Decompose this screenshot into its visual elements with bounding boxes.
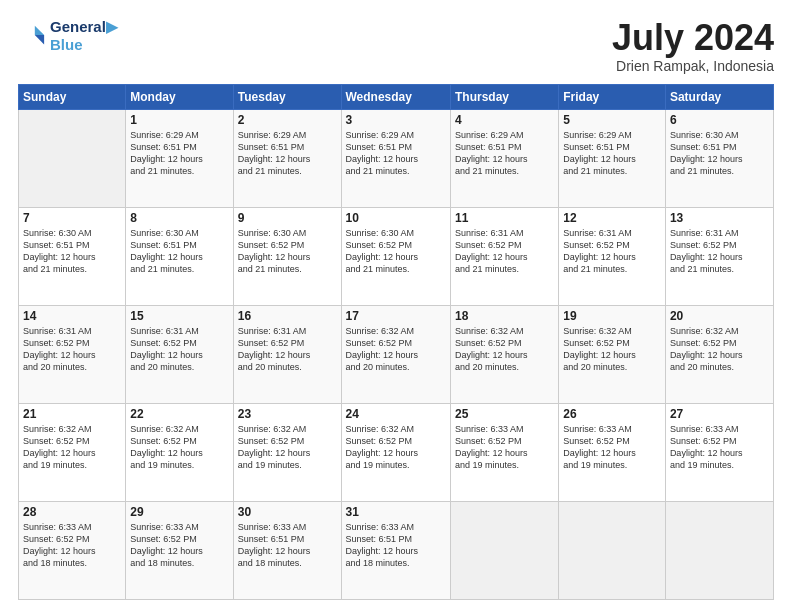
calendar-cell: 21Sunrise: 6:32 AM Sunset: 6:52 PM Dayli…: [19, 403, 126, 501]
calendar-cell: 30Sunrise: 6:33 AM Sunset: 6:51 PM Dayli…: [233, 501, 341, 599]
day-number: 10: [346, 211, 446, 225]
col-sunday: Sunday: [19, 84, 126, 109]
day-number: 12: [563, 211, 661, 225]
calendar-cell: [19, 109, 126, 207]
col-thursday: Thursday: [450, 84, 558, 109]
day-info: Sunrise: 6:31 AM Sunset: 6:52 PM Dayligh…: [23, 325, 121, 374]
day-info: Sunrise: 6:31 AM Sunset: 6:52 PM Dayligh…: [563, 227, 661, 276]
day-number: 26: [563, 407, 661, 421]
calendar-week-0: 1Sunrise: 6:29 AM Sunset: 6:51 PM Daylig…: [19, 109, 774, 207]
day-info: Sunrise: 6:32 AM Sunset: 6:52 PM Dayligh…: [346, 325, 446, 374]
calendar-cell: 18Sunrise: 6:32 AM Sunset: 6:52 PM Dayli…: [450, 305, 558, 403]
day-number: 3: [346, 113, 446, 127]
calendar-table: Sunday Monday Tuesday Wednesday Thursday…: [18, 84, 774, 600]
day-number: 31: [346, 505, 446, 519]
calendar-cell: [450, 501, 558, 599]
day-info: Sunrise: 6:32 AM Sunset: 6:52 PM Dayligh…: [455, 325, 554, 374]
calendar-cell: 24Sunrise: 6:32 AM Sunset: 6:52 PM Dayli…: [341, 403, 450, 501]
day-number: 11: [455, 211, 554, 225]
day-info: Sunrise: 6:30 AM Sunset: 6:51 PM Dayligh…: [130, 227, 228, 276]
day-info: Sunrise: 6:33 AM Sunset: 6:52 PM Dayligh…: [455, 423, 554, 472]
day-number: 5: [563, 113, 661, 127]
day-info: Sunrise: 6:33 AM Sunset: 6:52 PM Dayligh…: [670, 423, 769, 472]
day-info: Sunrise: 6:32 AM Sunset: 6:52 PM Dayligh…: [238, 423, 337, 472]
calendar-cell: 27Sunrise: 6:33 AM Sunset: 6:52 PM Dayli…: [665, 403, 773, 501]
calendar-cell: 1Sunrise: 6:29 AM Sunset: 6:51 PM Daylig…: [126, 109, 233, 207]
calendar-cell: 4Sunrise: 6:29 AM Sunset: 6:51 PM Daylig…: [450, 109, 558, 207]
day-info: Sunrise: 6:31 AM Sunset: 6:52 PM Dayligh…: [130, 325, 228, 374]
day-info: Sunrise: 6:29 AM Sunset: 6:51 PM Dayligh…: [238, 129, 337, 178]
day-number: 30: [238, 505, 337, 519]
svg-marker-0: [35, 26, 44, 35]
day-number: 6: [670, 113, 769, 127]
day-number: 7: [23, 211, 121, 225]
day-info: Sunrise: 6:32 AM Sunset: 6:52 PM Dayligh…: [346, 423, 446, 472]
calendar-cell: 14Sunrise: 6:31 AM Sunset: 6:52 PM Dayli…: [19, 305, 126, 403]
calendar-week-4: 28Sunrise: 6:33 AM Sunset: 6:52 PM Dayli…: [19, 501, 774, 599]
day-info: Sunrise: 6:32 AM Sunset: 6:52 PM Dayligh…: [670, 325, 769, 374]
day-number: 27: [670, 407, 769, 421]
day-number: 28: [23, 505, 121, 519]
day-info: Sunrise: 6:31 AM Sunset: 6:52 PM Dayligh…: [670, 227, 769, 276]
calendar-cell: 3Sunrise: 6:29 AM Sunset: 6:51 PM Daylig…: [341, 109, 450, 207]
header: General▶ Blue July 2024 Drien Rampak, In…: [18, 18, 774, 74]
day-info: Sunrise: 6:30 AM Sunset: 6:51 PM Dayligh…: [23, 227, 121, 276]
logo-text: General▶ Blue: [50, 18, 118, 54]
day-number: 23: [238, 407, 337, 421]
day-number: 14: [23, 309, 121, 323]
calendar-week-1: 7Sunrise: 6:30 AM Sunset: 6:51 PM Daylig…: [19, 207, 774, 305]
logo-icon: [18, 22, 46, 50]
day-info: Sunrise: 6:31 AM Sunset: 6:52 PM Dayligh…: [238, 325, 337, 374]
calendar-cell: 25Sunrise: 6:33 AM Sunset: 6:52 PM Dayli…: [450, 403, 558, 501]
day-info: Sunrise: 6:33 AM Sunset: 6:51 PM Dayligh…: [238, 521, 337, 570]
calendar-cell: 22Sunrise: 6:32 AM Sunset: 6:52 PM Dayli…: [126, 403, 233, 501]
day-number: 17: [346, 309, 446, 323]
day-info: Sunrise: 6:33 AM Sunset: 6:52 PM Dayligh…: [130, 521, 228, 570]
day-number: 1: [130, 113, 228, 127]
calendar-cell: 15Sunrise: 6:31 AM Sunset: 6:52 PM Dayli…: [126, 305, 233, 403]
calendar-cell: 7Sunrise: 6:30 AM Sunset: 6:51 PM Daylig…: [19, 207, 126, 305]
title-block: July 2024 Drien Rampak, Indonesia: [612, 18, 774, 74]
calendar-cell: 23Sunrise: 6:32 AM Sunset: 6:52 PM Dayli…: [233, 403, 341, 501]
day-info: Sunrise: 6:32 AM Sunset: 6:52 PM Dayligh…: [130, 423, 228, 472]
calendar-cell: 2Sunrise: 6:29 AM Sunset: 6:51 PM Daylig…: [233, 109, 341, 207]
calendar-cell: 10Sunrise: 6:30 AM Sunset: 6:52 PM Dayli…: [341, 207, 450, 305]
day-number: 29: [130, 505, 228, 519]
location: Drien Rampak, Indonesia: [612, 58, 774, 74]
day-number: 8: [130, 211, 228, 225]
calendar-cell: 6Sunrise: 6:30 AM Sunset: 6:51 PM Daylig…: [665, 109, 773, 207]
day-number: 21: [23, 407, 121, 421]
calendar-week-2: 14Sunrise: 6:31 AM Sunset: 6:52 PM Dayli…: [19, 305, 774, 403]
day-info: Sunrise: 6:29 AM Sunset: 6:51 PM Dayligh…: [346, 129, 446, 178]
day-number: 13: [670, 211, 769, 225]
day-info: Sunrise: 6:33 AM Sunset: 6:51 PM Dayligh…: [346, 521, 446, 570]
day-info: Sunrise: 6:29 AM Sunset: 6:51 PM Dayligh…: [455, 129, 554, 178]
calendar-cell: 11Sunrise: 6:31 AM Sunset: 6:52 PM Dayli…: [450, 207, 558, 305]
page: General▶ Blue July 2024 Drien Rampak, In…: [0, 0, 792, 612]
col-monday: Monday: [126, 84, 233, 109]
month-title: July 2024: [612, 18, 774, 58]
day-info: Sunrise: 6:31 AM Sunset: 6:52 PM Dayligh…: [455, 227, 554, 276]
day-info: Sunrise: 6:30 AM Sunset: 6:51 PM Dayligh…: [670, 129, 769, 178]
day-number: 25: [455, 407, 554, 421]
col-wednesday: Wednesday: [341, 84, 450, 109]
day-number: 15: [130, 309, 228, 323]
logo: General▶ Blue: [18, 18, 118, 54]
svg-marker-1: [35, 35, 44, 44]
calendar-cell: 31Sunrise: 6:33 AM Sunset: 6:51 PM Dayli…: [341, 501, 450, 599]
calendar-cell: [665, 501, 773, 599]
col-friday: Friday: [559, 84, 666, 109]
day-info: Sunrise: 6:30 AM Sunset: 6:52 PM Dayligh…: [346, 227, 446, 276]
day-info: Sunrise: 6:33 AM Sunset: 6:52 PM Dayligh…: [563, 423, 661, 472]
calendar-cell: 9Sunrise: 6:30 AM Sunset: 6:52 PM Daylig…: [233, 207, 341, 305]
day-info: Sunrise: 6:33 AM Sunset: 6:52 PM Dayligh…: [23, 521, 121, 570]
calendar-cell: 17Sunrise: 6:32 AM Sunset: 6:52 PM Dayli…: [341, 305, 450, 403]
day-info: Sunrise: 6:32 AM Sunset: 6:52 PM Dayligh…: [23, 423, 121, 472]
col-saturday: Saturday: [665, 84, 773, 109]
day-number: 22: [130, 407, 228, 421]
calendar-header-row: Sunday Monday Tuesday Wednesday Thursday…: [19, 84, 774, 109]
day-number: 18: [455, 309, 554, 323]
day-info: Sunrise: 6:29 AM Sunset: 6:51 PM Dayligh…: [130, 129, 228, 178]
calendar-cell: 12Sunrise: 6:31 AM Sunset: 6:52 PM Dayli…: [559, 207, 666, 305]
day-number: 19: [563, 309, 661, 323]
